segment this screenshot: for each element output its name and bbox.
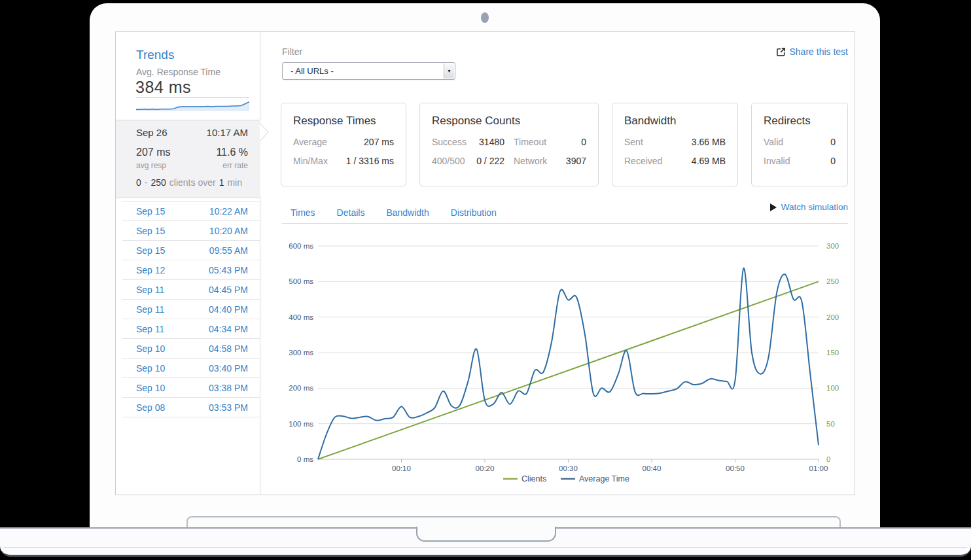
left-axis-tick-label: 600 ms	[289, 242, 313, 250]
left-axis-tick-label: 0 ms	[297, 455, 313, 463]
left-axis-tick-label: 100 ms	[289, 420, 313, 428]
tab-distribution[interactable]: Distribution	[451, 203, 497, 223]
chart-tabs: TimesDetailsBandwidthDistribution	[282, 203, 848, 224]
trend-list-item[interactable]: Sep 1104:45 PM	[122, 280, 260, 300]
card-title: Response Counts	[432, 114, 586, 128]
summary-cards: Response TimesAverage207 msMin/Max1 / 33…	[281, 103, 848, 186]
left-axis-tick-label: 200 ms	[289, 384, 313, 392]
legend-clients-label: Clients	[521, 474, 546, 483]
lid-open-notch	[416, 527, 556, 542]
app-window: Trends Avg. Response Time 384 ms Sep 26 …	[115, 31, 855, 495]
trend-list-item[interactable]: Sep 1003:38 PM	[122, 378, 260, 398]
selected-avg-label: avg resp	[136, 161, 166, 170]
trend-list-item[interactable]: Sep 1104:34 PM	[122, 319, 260, 339]
x-axis-tick-label: 00:40	[643, 464, 662, 472]
selected-err-value: 11.6 %	[216, 147, 248, 158]
right-axis-tick-label: 300	[826, 242, 839, 250]
share-label: Share this test	[790, 46, 849, 57]
trends-sidebar: Trends Avg. Response Time 384 ms Sep 26 …	[116, 32, 260, 495]
trend-list-item[interactable]: Sep 0803:53 PM	[122, 398, 260, 417]
trend-item-time: 04:45 PM	[209, 285, 248, 295]
times-chart: 0 ms100 ms200 ms300 ms400 ms500 ms600 ms…	[289, 241, 851, 493]
trend-item-date: Sep 15	[136, 226, 165, 236]
x-axis-tick-label: 00:10	[392, 464, 411, 472]
x-axis-tick-label: 00:20	[476, 464, 495, 472]
selected-date: Sep 26	[136, 127, 168, 138]
trend-item-date: Sep 11	[136, 324, 164, 334]
trend-list-item[interactable]: Sep 1104:40 PM	[122, 300, 260, 319]
average-time-line	[318, 268, 819, 459]
filter-label: Filter	[282, 46, 302, 57]
trend-item-time: 10:22 AM	[209, 206, 248, 217]
clients-summary: 0 - 250 clients over 1 min	[136, 177, 248, 188]
tab-details[interactable]: Details	[337, 203, 365, 223]
stat-value: 0	[546, 136, 586, 149]
trend-item-time: 04:58 PM	[209, 343, 248, 354]
base-seam	[4, 547, 967, 548]
trend-history-list: Sep 1510:22 AMSep 1510:20 AMSep 1509:55 …	[122, 201, 260, 417]
trend-item-time: 04:40 PM	[209, 304, 248, 315]
left-axis-tick-label: 500 ms	[289, 277, 313, 285]
url-filter-value: - All URLs -	[291, 66, 334, 76]
sidebar-title: Trends	[136, 48, 174, 62]
trend-list-item[interactable]: Sep 1004:58 PM	[122, 339, 260, 359]
trend-item-date: Sep 15	[136, 245, 165, 256]
chevron-down-icon[interactable]: ▼	[444, 63, 454, 79]
trend-list-item[interactable]: Sep 1510:22 AM	[122, 201, 260, 221]
stat-value: 31480	[467, 136, 504, 149]
card-redirects: RedirectsValid0Invalid0	[751, 103, 848, 186]
card-response-counts: Response CountsSuccess31480Timeout0400/5…	[419, 103, 599, 186]
url-filter-select[interactable]: - All URLs - ▼	[282, 62, 455, 80]
trend-item-time: 03:40 PM	[209, 363, 248, 374]
card-title: Response Times	[293, 114, 394, 128]
stat-label: Received	[624, 155, 662, 167]
tab-bandwidth[interactable]: Bandwidth	[386, 203, 429, 223]
tab-times[interactable]: Times	[291, 203, 315, 223]
right-axis-tick-label: 150	[826, 349, 839, 357]
trend-item-time: 03:53 PM	[209, 402, 248, 413]
watch-simulation-link[interactable]: Watch simulation	[770, 202, 848, 212]
right-axis-tick-label: 250	[826, 277, 839, 285]
trend-list-item[interactable]: Sep 1003:40 PM	[122, 359, 260, 378]
right-axis-tick-label: 50	[826, 420, 835, 428]
trend-item-date: Sep 15	[136, 206, 165, 217]
stat-value: 1 / 3316 ms	[328, 155, 394, 167]
trend-item-time: 05:43 PM	[209, 265, 248, 275]
trend-item-date: Sep 10	[136, 383, 165, 393]
trend-item-selected[interactable]: Sep 26 10:17 AM 207 ms 11.6 % avg resp e…	[116, 120, 260, 198]
right-axis-tick-label: 0	[826, 455, 830, 463]
trend-list-item[interactable]: Sep 1509:55 AM	[122, 241, 260, 260]
play-icon	[770, 203, 777, 211]
trend-item-date: Sep 11	[136, 285, 164, 295]
share-icon	[776, 47, 786, 57]
legend-average-time-label: Average Time	[579, 474, 629, 483]
stat-label: Sent	[624, 136, 643, 149]
card-response-times: Response TimesAverage207 msMin/Max1 / 33…	[281, 103, 406, 186]
trend-list-item[interactable]: Sep 1510:20 AM	[122, 221, 260, 241]
trend-item-date: Sep 08	[136, 402, 165, 413]
x-axis-tick-label: 00:50	[726, 464, 745, 472]
x-axis-tick-label: 01:00	[809, 464, 828, 472]
stat-value: 0 / 222	[465, 155, 504, 167]
share-test-link[interactable]: Share this test	[776, 46, 849, 57]
clients-line	[318, 281, 819, 459]
watch-simulation-label: Watch simulation	[781, 202, 848, 212]
trend-item-time: 04:34 PM	[209, 324, 248, 334]
trend-item-time: 03:38 PM	[209, 383, 248, 393]
stat-label: Min/Max	[293, 155, 328, 167]
card-bandwidth: BandwidthSent3.66 MBReceived4.69 MB	[612, 103, 738, 186]
webcam-dot	[481, 12, 489, 23]
stat-label: Average	[293, 136, 327, 149]
trend-list-item[interactable]: Sep 1205:43 PM	[122, 260, 260, 280]
stat-value: 3.66 MB	[643, 136, 726, 149]
stat-label: Network	[514, 155, 547, 167]
x-axis-tick-label: 00:30	[559, 464, 578, 472]
selected-err-label: err rate	[222, 161, 248, 170]
stat-label: Valid	[764, 136, 783, 149]
trend-item-time: 10:20 AM	[209, 226, 248, 236]
stat-label: 400/500	[432, 155, 465, 167]
trend-item-date: Sep 10	[136, 363, 165, 374]
stat-value: 207 ms	[327, 136, 394, 149]
right-axis-tick-label: 200	[826, 313, 839, 321]
trend-item-date: Sep 12	[136, 265, 165, 275]
